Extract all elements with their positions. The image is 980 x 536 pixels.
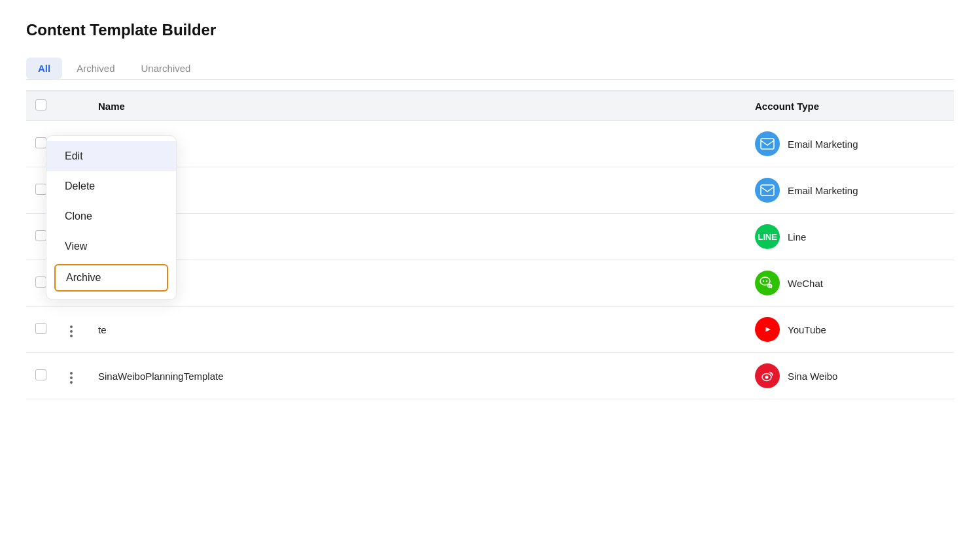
table-row: SinaWeiboPlanningTemplate Sina Weibo [26,353,954,399]
account-type-label-4: WeChat [788,278,823,289]
account-type-label-2: Email Marketing [788,185,858,196]
header-name: Name [88,92,744,121]
row-name-cell-3 [88,214,744,260]
row-actions-cell-6 [55,353,88,399]
account-type-label-3: Line [788,231,806,243]
header-actions-col [55,92,88,121]
row-checkbox-3[interactable] [35,230,46,241]
row-name-cell-4: e [88,260,744,307]
header-account-type: Account Type [744,92,954,121]
row-name-cell-2: es_Nurture Copy [88,167,744,214]
row-checkbox-1[interactable] [35,137,46,148]
dropdown-archive[interactable]: Archive [54,264,168,292]
account-icon-email-2 [755,178,780,203]
row-name-cell-6: SinaWeiboPlanningTemplate [88,353,744,399]
header-checkbox-col [26,92,55,121]
tab-all[interactable]: All [26,58,62,79]
table-header-row: Name Account Type [26,92,954,121]
tab-unarchived[interactable]: Unarchived [130,58,203,79]
page-container: Content Template Builder All Archived Un… [0,0,980,399]
page-title: Content Template Builder [26,21,954,39]
dropdown-edit[interactable]: Edit [46,141,176,171]
tab-bar: All Archived Unarchived [26,58,954,80]
row-name-cell-1: es_Nurture [88,121,744,167]
select-all-checkbox[interactable] [35,99,46,110]
row-checkbox-4[interactable] [35,276,46,288]
account-type-label-5: YouTube [788,324,826,335]
dropdown-clone[interactable]: Clone [46,201,176,231]
row-account-type-cell-4: WeChat [744,260,954,307]
row-checkbox-5[interactable] [35,323,46,334]
svg-point-4 [766,280,767,282]
row-account-type-cell-1: Email Marketing [744,121,954,167]
account-icon-weibo-6 [755,363,780,388]
svg-point-8 [765,376,769,379]
row-account-type-cell-6: Sina Weibo [744,353,954,399]
row-checkbox-6[interactable] [35,369,46,380]
row-actions-button-5[interactable] [65,323,78,340]
row-name-cell-5: te [88,307,744,353]
dropdown-view[interactable]: View [46,231,176,261]
account-type-label-1: Email Marketing [788,139,858,150]
svg-point-6 [769,286,771,287]
row-actions-button-6[interactable] [65,369,78,386]
account-icon-email-1 [755,131,780,156]
row-account-type-cell-3: LINE Line [744,214,954,260]
row-checkbox-cell [26,307,55,353]
svg-rect-1 [761,185,774,195]
row-account-type-cell-5: YouTube [744,307,954,353]
table-wrapper: Name Account Type es_Nurture Email Marke… [26,90,954,399]
svg-point-5 [768,286,769,287]
svg-point-3 [763,280,764,282]
table-row: te YouTube [26,307,954,353]
account-icon-line-3: LINE [755,224,780,249]
row-actions-cell-5 [55,307,88,353]
account-icon-youtube-5 [755,317,780,342]
tab-archived[interactable]: Archived [65,58,126,79]
account-icon-wechat-4 [755,271,780,295]
row-account-type-cell-2: Email Marketing [744,167,954,214]
svg-rect-0 [761,139,774,149]
dropdown-delete[interactable]: Delete [46,171,176,201]
context-menu-dropdown: Edit Delete Clone View Archive [46,135,177,300]
account-type-label-6: Sina Weibo [788,371,837,382]
row-checkbox-cell [26,353,55,399]
row-checkbox-2[interactable] [35,184,46,195]
